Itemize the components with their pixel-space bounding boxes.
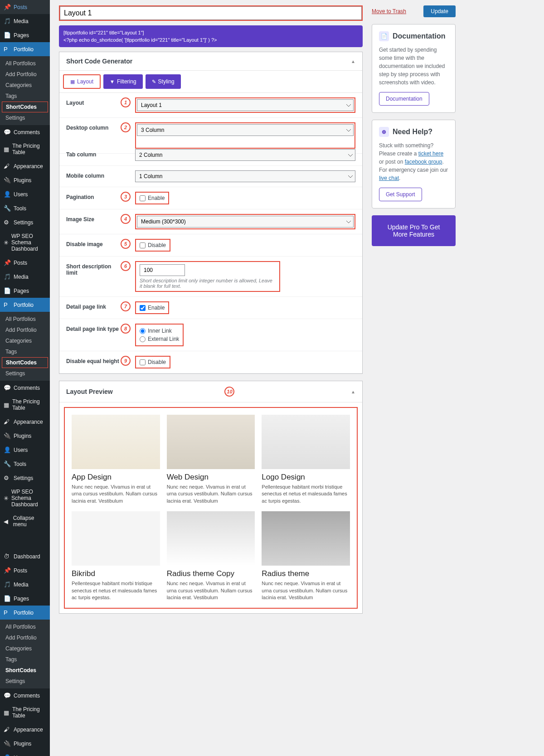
select-layout[interactable]: Layout 1: [137, 99, 354, 111]
preview-item-2[interactable]: Web Design Nunc nec neque. Vivamus in er…: [167, 415, 255, 504]
sidebar-sub-all[interactable]: All Portfolios: [0, 58, 50, 69]
row-shortdesc: Short description limit 6 Short descript…: [59, 257, 362, 297]
wrench-icon: 🔧: [4, 205, 11, 212]
preview-item-6[interactable]: Radius theme Nunc nec neque. Vivamus in …: [262, 511, 350, 601]
t: .: [399, 175, 400, 181]
collapse-icon[interactable]: ▲: [351, 59, 355, 64]
sidebar-sub-all2[interactable]: All Portfolios: [0, 314, 50, 325]
sidebar-sub-shortcodes[interactable]: ShortCodes: [2, 102, 48, 112]
tab-layout[interactable]: ▦Layout: [63, 74, 101, 89]
preview-item-3[interactable]: Logo Design Pellentesque habitant morbi …: [262, 415, 350, 504]
sidebar-item-pages3[interactable]: 📄Pages: [0, 591, 50, 606]
update-pro-button[interactable]: Update Pro To Get More Features: [372, 215, 456, 246]
wrench-icon: 🔧: [4, 460, 11, 467]
collapse-icon[interactable]: ▲: [351, 389, 355, 394]
ticket-link[interactable]: ticket here: [418, 150, 443, 157]
tab-filtering[interactable]: ▼Filtering: [103, 74, 143, 89]
row-mobile: Mobile column 1 Column: [59, 166, 362, 187]
sidebar-sub-all3[interactable]: All Portfolios: [0, 621, 50, 632]
sidebar-item-seo2[interactable]: ✳WP SEO Schema Dashboard: [0, 485, 50, 511]
sidebar-item-comments2[interactable]: 💬Comments: [0, 381, 50, 395]
sidebar-item-appearance3[interactable]: 🖌Appearance: [0, 722, 50, 737]
sidebar-item-plugins2[interactable]: 🔌Plugins: [0, 429, 50, 443]
marker-8: 8: [121, 324, 131, 334]
sidebar-item-plugins[interactable]: 🔌Plugins: [0, 173, 50, 187]
preview-item-1[interactable]: App Design Nunc nec neque. Vivamus in er…: [72, 415, 160, 504]
sidebar-sub-add3[interactable]: Add Portfolio: [0, 632, 50, 643]
sidebar-item-portfolio[interactable]: PPortfolio: [0, 42, 50, 56]
label: Portfolio: [14, 610, 34, 616]
grid-icon: ▦: [70, 79, 75, 85]
sidebar-item-collapse[interactable]: ◀Collapse menu: [0, 511, 50, 531]
sidebar-sub-shortcodes2[interactable]: ShortCodes: [2, 357, 48, 368]
sidebar-sub-tags3[interactable]: Tags: [0, 654, 50, 665]
label-layout: Layout: [66, 97, 121, 106]
select-desktop[interactable]: 3 Column: [137, 124, 354, 136]
sidebar-item-settings3[interactable]: ⚙Settings: [0, 471, 50, 485]
preview-item-4[interactable]: Bikribd Pellentesque habitant morbi tris…: [72, 511, 160, 601]
portfolio-icon: P: [4, 46, 11, 53]
input-shortdesc[interactable]: [140, 264, 185, 276]
checkbox-pagination[interactable]: [140, 195, 146, 201]
sidebar-item-comments3[interactable]: 💬Comments: [0, 688, 50, 703]
doc-button[interactable]: Documentation: [379, 92, 429, 106]
sidebar-sub-settings3[interactable]: Settings: [0, 676, 50, 687]
sidebar-item-media[interactable]: 🎵Media: [0, 14, 50, 28]
sidebar-item-pages2[interactable]: 📄Pages: [0, 284, 50, 298]
publish-row: Move to Trash Update: [372, 5, 456, 17]
sidebar-item-pricing[interactable]: ▦The Pricing Table: [0, 139, 50, 159]
sidebar-item-appearance2[interactable]: 🖌Appearance: [0, 415, 50, 429]
checkbox-disableimg[interactable]: [140, 242, 146, 248]
radio-inner[interactable]: [140, 328, 146, 334]
select-tab[interactable]: 2 Column: [135, 149, 355, 161]
sidebar-item-tools[interactable]: 🔧Tools: [0, 201, 50, 215]
select-imagesize[interactable]: Medium (300*300): [137, 216, 354, 228]
sidebar-item-appearance[interactable]: 🖌Appearance: [0, 159, 50, 173]
sidebar-item-pricing3[interactable]: ▦The Pricing Table: [0, 703, 50, 722]
sidebar-item-posts3[interactable]: 📌Posts: [0, 563, 50, 577]
sidebar-sub-settings[interactable]: Settings: [0, 112, 50, 123]
sidebar-item-users3[interactable]: 👤Users: [0, 751, 50, 756]
sidebar-sub-shortcodes3[interactable]: ShortCodes: [0, 665, 50, 676]
sidebar-item-seo[interactable]: ✳WP SEO Schema Dashboard: [0, 229, 50, 256]
fb-link[interactable]: facebook group: [405, 159, 442, 165]
sidebar-item-pages[interactable]: 📄Pages: [0, 28, 50, 42]
sidebar-sub-categories3[interactable]: Categories: [0, 643, 50, 654]
support-button[interactable]: Get Support: [379, 188, 422, 201]
tab-styling[interactable]: ✎Styling: [146, 74, 181, 89]
select-mobile[interactable]: 1 Column: [135, 170, 355, 182]
sidebar-sub-settings2[interactable]: Settings: [0, 368, 50, 379]
sidebar-item-pricing2[interactable]: ▦The Pricing Table: [0, 395, 50, 415]
sidebar-item-dashboard[interactable]: ⏱Dashboard: [0, 549, 50, 563]
radio-external[interactable]: [140, 336, 146, 342]
sidebar-sub-tags[interactable]: Tags: [0, 91, 50, 102]
label: Plugins: [14, 433, 31, 439]
title-input[interactable]: [60, 6, 362, 20]
doc-title: Documentation: [393, 32, 445, 40]
label-disableimg: Disable image: [66, 239, 121, 247]
sidebar-item-posts[interactable]: 📌Posts: [0, 0, 50, 14]
checkbox-equalheight[interactable]: [140, 359, 146, 365]
update-button[interactable]: Update: [423, 5, 456, 17]
sidebar-item-comments[interactable]: 💬Comments: [0, 125, 50, 139]
sidebar-item-portfolio3[interactable]: PPortfolio: [0, 606, 50, 620]
sidebar-item-portfolio2[interactable]: PPortfolio: [0, 298, 50, 312]
sidebar-item-media2[interactable]: 🎵Media: [0, 270, 50, 284]
sidebar-item-settings[interactable]: ⚙Settings: [0, 215, 50, 229]
sidebar-item-media3[interactable]: 🎵Media: [0, 577, 50, 591]
trash-link[interactable]: Move to Trash: [372, 8, 406, 15]
chat-link[interactable]: live chat: [379, 175, 399, 181]
preview-item-5[interactable]: Radius theme Copy Nunc nec neque. Vivamu…: [167, 511, 255, 601]
sidebar-item-plugins3[interactable]: 🔌Plugins: [0, 737, 50, 751]
comment-icon: 💬: [4, 384, 11, 391]
sidebar-sub-add2[interactable]: Add Portfolio: [0, 325, 50, 335]
sidebar-item-posts2[interactable]: 📌Posts: [0, 256, 50, 270]
sidebar-item-tools2[interactable]: 🔧Tools: [0, 457, 50, 471]
sidebar-item-users[interactable]: 👤Users: [0, 187, 50, 201]
sidebar-sub-categories[interactable]: Categories: [0, 80, 50, 91]
sidebar-item-users2[interactable]: 👤Users: [0, 443, 50, 457]
checkbox-detaillink[interactable]: [140, 305, 146, 311]
sidebar-sub-add[interactable]: Add Portfolio: [0, 69, 50, 80]
sidebar-sub-categories2[interactable]: Categories: [0, 335, 50, 346]
sidebar-sub-tags2[interactable]: Tags: [0, 346, 50, 357]
